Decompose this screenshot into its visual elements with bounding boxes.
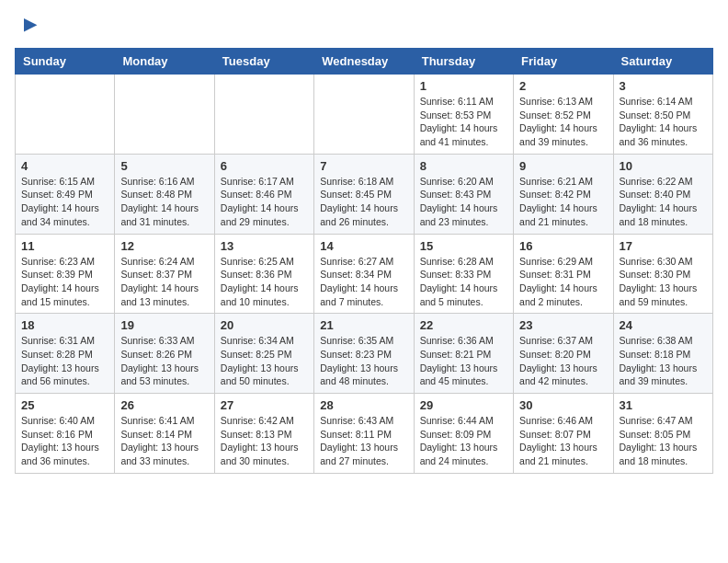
calendar-week-row: 11Sunrise: 6:23 AM Sunset: 8:39 PM Dayli… [16,234,713,314]
day-info: Sunrise: 6:24 AM Sunset: 8:37 PM Dayligh… [120,255,208,309]
calendar-cell: 27Sunrise: 6:42 AM Sunset: 8:13 PM Dayli… [214,394,313,474]
day-number: 8 [420,159,507,173]
day-info: Sunrise: 6:40 AM Sunset: 8:16 PM Dayligh… [21,414,108,468]
calendar-cell: 21Sunrise: 6:35 AM Sunset: 8:23 PM Dayli… [314,314,414,394]
day-number: 19 [120,318,208,332]
calendar-cell: 1Sunrise: 6:11 AM Sunset: 8:53 PM Daylig… [414,75,513,155]
day-of-week-header: Thursday [414,49,513,75]
calendar-cell: 6Sunrise: 6:17 AM Sunset: 8:46 PM Daylig… [214,154,313,234]
calendar-cell: 11Sunrise: 6:23 AM Sunset: 8:39 PM Dayli… [16,234,115,314]
calendar-table: SundayMondayTuesdayWednesdayThursdayFrid… [15,48,713,474]
day-number: 3 [620,79,707,93]
calendar-week-row: 18Sunrise: 6:31 AM Sunset: 8:28 PM Dayli… [16,314,713,394]
day-number: 14 [320,239,407,253]
calendar-cell [115,75,214,155]
day-number: 24 [620,318,707,332]
day-info: Sunrise: 6:22 AM Sunset: 8:40 PM Dayligh… [620,175,707,229]
day-info: Sunrise: 6:27 AM Sunset: 8:34 PM Dayligh… [320,255,407,309]
day-info: Sunrise: 6:17 AM Sunset: 8:46 PM Dayligh… [221,175,308,229]
day-info: Sunrise: 6:31 AM Sunset: 8:28 PM Dayligh… [21,334,108,388]
calendar-cell: 13Sunrise: 6:25 AM Sunset: 8:36 PM Dayli… [214,234,313,314]
calendar-cell: 22Sunrise: 6:36 AM Sunset: 8:21 PM Dayli… [414,314,513,394]
day-info: Sunrise: 6:35 AM Sunset: 8:23 PM Dayligh… [320,334,407,388]
calendar-cell: 25Sunrise: 6:40 AM Sunset: 8:16 PM Dayli… [16,394,115,474]
logo-icon [17,15,39,37]
calendar-cell: 17Sunrise: 6:30 AM Sunset: 8:30 PM Dayli… [613,234,712,314]
day-info: Sunrise: 6:41 AM Sunset: 8:14 PM Dayligh… [120,414,208,468]
day-number: 7 [320,159,407,173]
calendar-cell: 28Sunrise: 6:43 AM Sunset: 8:11 PM Dayli… [314,394,414,474]
calendar-cell: 3Sunrise: 6:14 AM Sunset: 8:50 PM Daylig… [613,75,712,155]
day-info: Sunrise: 6:18 AM Sunset: 8:45 PM Dayligh… [320,175,407,229]
day-number: 16 [519,239,607,253]
calendar-cell [16,75,115,155]
day-number: 17 [620,239,707,253]
calendar-cell: 20Sunrise: 6:34 AM Sunset: 8:25 PM Dayli… [214,314,313,394]
day-info: Sunrise: 6:42 AM Sunset: 8:13 PM Dayligh… [221,414,308,468]
day-info: Sunrise: 6:16 AM Sunset: 8:48 PM Dayligh… [120,175,208,229]
day-info: Sunrise: 6:23 AM Sunset: 8:39 PM Dayligh… [21,255,108,309]
calendar-cell: 8Sunrise: 6:20 AM Sunset: 8:43 PM Daylig… [414,154,513,234]
calendar-cell: 5Sunrise: 6:16 AM Sunset: 8:48 PM Daylig… [115,154,214,234]
calendar-cell: 30Sunrise: 6:46 AM Sunset: 8:07 PM Dayli… [514,394,613,474]
day-info: Sunrise: 6:25 AM Sunset: 8:36 PM Dayligh… [221,255,308,309]
calendar-cell: 7Sunrise: 6:18 AM Sunset: 8:45 PM Daylig… [314,154,414,234]
calendar-cell: 10Sunrise: 6:22 AM Sunset: 8:40 PM Dayli… [613,154,712,234]
day-of-week-header: Monday [115,49,214,75]
calendar-cell: 24Sunrise: 6:38 AM Sunset: 8:18 PM Dayli… [613,314,712,394]
day-number: 4 [21,159,108,173]
day-info: Sunrise: 6:13 AM Sunset: 8:52 PM Dayligh… [519,95,607,149]
day-of-week-header: Saturday [613,49,712,75]
day-info: Sunrise: 6:30 AM Sunset: 8:30 PM Dayligh… [620,255,707,309]
day-number: 15 [420,239,507,253]
calendar-cell: 15Sunrise: 6:28 AM Sunset: 8:33 PM Dayli… [414,234,513,314]
logo [15,15,39,37]
day-of-week-header: Friday [514,49,613,75]
calendar-week-row: 1Sunrise: 6:11 AM Sunset: 8:53 PM Daylig… [16,75,713,155]
day-number: 28 [320,398,407,412]
calendar-cell: 12Sunrise: 6:24 AM Sunset: 8:37 PM Dayli… [115,234,214,314]
day-info: Sunrise: 6:36 AM Sunset: 8:21 PM Dayligh… [420,334,507,388]
day-number: 18 [21,318,108,332]
calendar-cell [314,75,414,155]
day-info: Sunrise: 6:15 AM Sunset: 8:49 PM Dayligh… [21,175,108,229]
calendar-cell: 23Sunrise: 6:37 AM Sunset: 8:20 PM Dayli… [514,314,613,394]
day-number: 26 [120,398,208,412]
day-info: Sunrise: 6:20 AM Sunset: 8:43 PM Dayligh… [420,175,507,229]
day-number: 9 [519,159,607,173]
calendar-cell: 26Sunrise: 6:41 AM Sunset: 8:14 PM Dayli… [115,394,214,474]
day-info: Sunrise: 6:47 AM Sunset: 8:05 PM Dayligh… [620,414,707,468]
calendar-header-row: SundayMondayTuesdayWednesdayThursdayFrid… [16,49,713,75]
calendar-cell: 31Sunrise: 6:47 AM Sunset: 8:05 PM Dayli… [613,394,712,474]
day-info: Sunrise: 6:34 AM Sunset: 8:25 PM Dayligh… [221,334,308,388]
day-info: Sunrise: 6:46 AM Sunset: 8:07 PM Dayligh… [519,414,607,468]
day-info: Sunrise: 6:37 AM Sunset: 8:20 PM Dayligh… [519,334,607,388]
day-of-week-header: Tuesday [214,49,313,75]
calendar-cell: 2Sunrise: 6:13 AM Sunset: 8:52 PM Daylig… [514,75,613,155]
day-info: Sunrise: 6:14 AM Sunset: 8:50 PM Dayligh… [620,95,707,149]
day-number: 29 [420,398,507,412]
day-number: 25 [21,398,108,412]
day-number: 1 [420,79,507,93]
day-number: 12 [120,239,208,253]
day-number: 5 [120,159,208,173]
calendar-week-row: 25Sunrise: 6:40 AM Sunset: 8:16 PM Dayli… [16,394,713,474]
day-info: Sunrise: 6:44 AM Sunset: 8:09 PM Dayligh… [420,414,507,468]
day-number: 30 [519,398,607,412]
day-info: Sunrise: 6:21 AM Sunset: 8:42 PM Dayligh… [519,175,607,229]
calendar-cell: 9Sunrise: 6:21 AM Sunset: 8:42 PM Daylig… [514,154,613,234]
day-info: Sunrise: 6:38 AM Sunset: 8:18 PM Dayligh… [620,334,707,388]
calendar-cell: 16Sunrise: 6:29 AM Sunset: 8:31 PM Dayli… [514,234,613,314]
calendar-cell: 4Sunrise: 6:15 AM Sunset: 8:49 PM Daylig… [16,154,115,234]
calendar-cell: 18Sunrise: 6:31 AM Sunset: 8:28 PM Dayli… [16,314,115,394]
day-number: 13 [221,239,308,253]
day-info: Sunrise: 6:33 AM Sunset: 8:26 PM Dayligh… [120,334,208,388]
calendar-cell: 14Sunrise: 6:27 AM Sunset: 8:34 PM Dayli… [314,234,414,314]
day-number: 10 [620,159,707,173]
day-number: 21 [320,318,407,332]
svg-marker-0 [24,18,37,31]
day-number: 23 [519,318,607,332]
calendar-cell [214,75,313,155]
page-header [15,15,713,37]
day-info: Sunrise: 6:43 AM Sunset: 8:11 PM Dayligh… [320,414,407,468]
